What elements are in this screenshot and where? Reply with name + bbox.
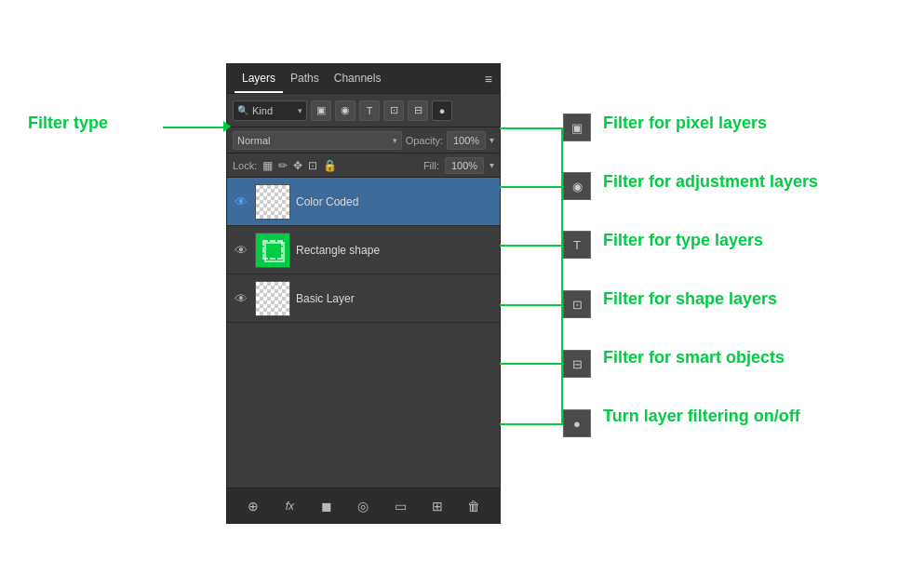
lock-transparent-icon[interactable]: ▦: [262, 159, 273, 172]
line-to-pixel: [500, 127, 561, 129]
opacity-chevron-icon[interactable]: ▾: [490, 135, 494, 145]
panel-tabs: Layers Paths Channels ≡: [227, 64, 500, 94]
panel-toolbar: ⊕ fx ◼ ◎ ▭ ⊞ 🗑: [227, 488, 500, 523]
filter-kind-label: Kind: [252, 105, 273, 116]
layers-panel: Layers Paths Channels ≡ 🔍 Kind ▾ ▣ ◉ T ⊡…: [226, 63, 501, 524]
layer-thumbnail-rectangle: [255, 233, 290, 268]
layer-thumbnail-color-coded: [255, 184, 290, 220]
panel-menu-icon[interactable]: ≡: [485, 72, 492, 87]
link-layers-btn[interactable]: ⊕: [242, 495, 264, 517]
layer-visibility-toggle[interactable]: 👁: [233, 290, 249, 307]
filter-pixel-btn[interactable]: ▣: [311, 100, 331, 121]
shape-icon-annotation: ⊡: [563, 290, 591, 318]
fill-value[interactable]: 100%: [445, 157, 484, 174]
shape-annotation: Filter for shape layers: [603, 289, 777, 309]
line-to-adjustment: [500, 186, 561, 188]
layer-effects-btn[interactable]: fx: [278, 495, 301, 517]
smart-label-text: Filter for smart objects: [603, 348, 785, 367]
type-label-text: Filter for type layers: [603, 231, 763, 249]
layer-name-rectangle-shape: Rectangle shape: [296, 244, 494, 257]
type-annotation: Filter for type layers: [603, 231, 763, 250]
lock-row: Lock: ▦ ✏ ✥ ⊡ 🔒 Fill: 100% ▾: [227, 154, 500, 178]
filter-type-btn[interactable]: T: [359, 100, 380, 121]
lock-all-icon[interactable]: 🔒: [323, 159, 337, 172]
fill-label: Fill:: [423, 160, 439, 171]
eye-icon: 👁: [235, 194, 248, 209]
layer-visibility-toggle[interactable]: 👁: [233, 194, 249, 210]
filter-type-text: Filter type: [28, 114, 108, 132]
filter-adjustment-btn[interactable]: ◉: [335, 100, 355, 121]
layers-list: 👁 Color Coded 👁 Rectangle shape: [227, 178, 500, 488]
tab-layers[interactable]: Layers: [235, 64, 283, 93]
pixel-icon-annotation: ▣: [563, 114, 591, 141]
filter-smart-btn[interactable]: ⊟: [408, 100, 428, 121]
toggle-icon-annotation: ●: [563, 409, 591, 437]
search-icon: 🔍: [237, 105, 248, 115]
lock-image-icon[interactable]: ✏: [278, 159, 288, 172]
shape-label-text: Filter for shape layers: [603, 289, 777, 308]
adjustment-layer-btn[interactable]: ◎: [352, 495, 374, 517]
filter-bar: 🔍 Kind ▾ ▣ ◉ T ⊡ ⊟ ●: [227, 94, 500, 127]
lock-artboard-icon[interactable]: ⊡: [308, 159, 317, 172]
tab-paths[interactable]: Paths: [283, 64, 327, 93]
blend-mode-dropdown[interactable]: Normal ▾: [233, 131, 402, 150]
opacity-label: Opacity:: [406, 135, 443, 146]
eye-icon: 👁: [235, 291, 248, 306]
tab-channels[interactable]: Channels: [327, 64, 389, 93]
smart-annotation: Filter for smart objects: [603, 348, 785, 368]
layer-item-basic-layer[interactable]: 👁 Basic Layer: [227, 274, 500, 323]
lock-position-icon[interactable]: ✥: [293, 159, 302, 172]
fill-chevron-icon[interactable]: ▾: [490, 160, 494, 170]
layer-item-rectangle-shape[interactable]: 👁 Rectangle shape: [227, 226, 500, 274]
tab-channels-label: Channels: [334, 72, 382, 85]
line-to-toggle: [500, 423, 561, 425]
line-to-shape: [500, 304, 561, 306]
filter-type-arrow-line: [163, 127, 226, 128]
filter-toggle-btn[interactable]: ●: [432, 100, 452, 121]
layer-name-basic-layer: Basic Layer: [296, 292, 494, 305]
layer-visibility-toggle[interactable]: 👁: [233, 242, 249, 259]
blend-opacity-row: Normal ▾ Opacity: 100% ▾: [227, 127, 500, 154]
pixel-annotation: Filter for pixel layers: [603, 114, 767, 133]
tab-layers-label: Layers: [242, 72, 275, 85]
lock-label: Lock:: [233, 160, 257, 171]
adjustment-label-text: Filter for adjustment layers: [603, 172, 818, 191]
filter-type-annotation: Filter type: [28, 114, 108, 133]
group-layers-btn[interactable]: ▭: [389, 495, 411, 517]
layer-mask-btn[interactable]: ◼: [315, 495, 338, 517]
blend-mode-label: Normal: [237, 135, 270, 146]
new-layer-btn[interactable]: ⊞: [426, 495, 449, 517]
pixel-label-text: Filter for pixel layers: [603, 114, 767, 132]
blend-chevron-icon: ▾: [393, 136, 397, 145]
tab-paths-label: Paths: [290, 72, 319, 85]
toggle-label-text: Turn layer filtering on/off: [603, 407, 800, 425]
layer-name-color-coded: Color Coded: [296, 195, 494, 208]
toggle-annotation: Turn layer filtering on/off: [603, 407, 800, 426]
eye-icon: 👁: [235, 243, 248, 258]
line-to-smart: [500, 363, 561, 365]
line-to-type: [500, 245, 561, 247]
chevron-down-icon: ▾: [298, 106, 302, 115]
opacity-value[interactable]: 100%: [447, 131, 486, 150]
filter-kind-dropdown[interactable]: 🔍 Kind ▾: [233, 100, 307, 121]
filter-shape-btn[interactable]: ⊡: [383, 100, 404, 121]
adjustment-annotation: Filter for adjustment layers: [603, 172, 818, 192]
delete-layer-btn[interactable]: 🗑: [463, 495, 485, 517]
smart-icon-annotation: ⊟: [563, 350, 591, 378]
filter-type-arrowhead: [223, 121, 231, 132]
layer-item-color-coded[interactable]: 👁 Color Coded: [227, 178, 500, 226]
layer-thumbnail-basic: [255, 281, 290, 316]
adjustment-icon-annotation: ◉: [563, 172, 591, 200]
type-icon-annotation: T: [563, 231, 591, 259]
